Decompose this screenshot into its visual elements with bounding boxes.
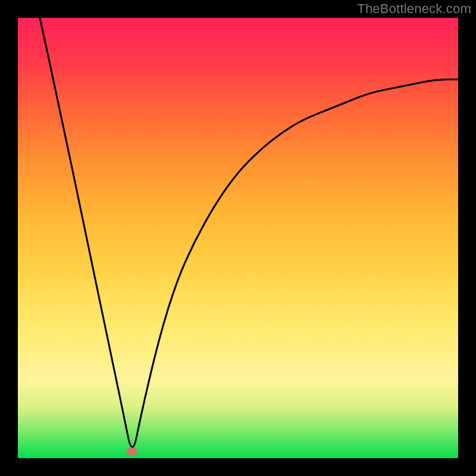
curve-svg bbox=[18, 18, 458, 458]
bottleneck-curve bbox=[40, 18, 458, 447]
plot-area bbox=[18, 18, 458, 458]
watermark-text: TheBottleneck.com bbox=[357, 1, 471, 17]
chart-frame: TheBottleneck.com bbox=[0, 0, 476, 476]
minimum-marker bbox=[126, 447, 138, 456]
